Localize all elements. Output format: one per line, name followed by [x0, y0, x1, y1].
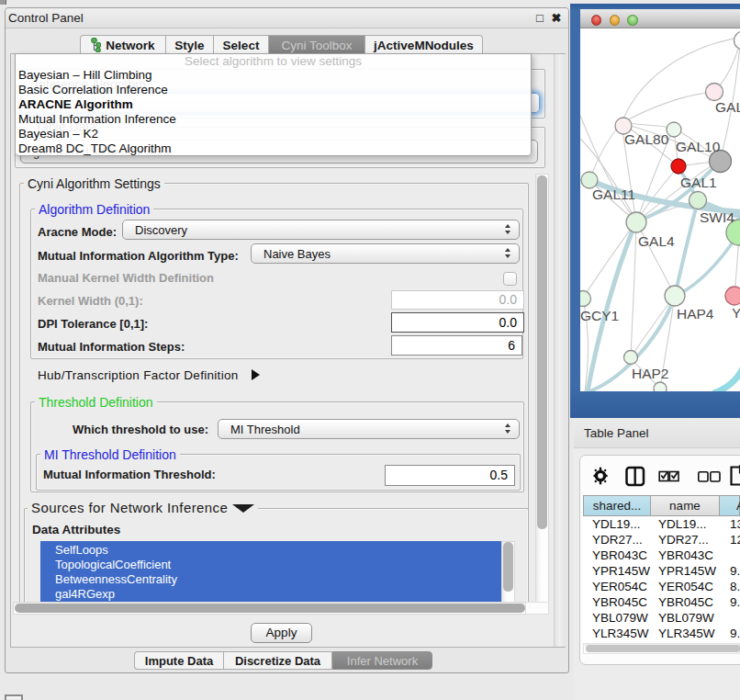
svg-text:GAL4: GAL4 [638, 233, 675, 249]
svg-text:HAP4: HAP4 [677, 306, 714, 322]
svg-text:GAL2: GAL2 [715, 99, 740, 115]
svg-text:GAL80: GAL80 [624, 131, 669, 147]
svg-text:SWI4: SWI4 [700, 209, 734, 225]
svg-text:GAL10: GAL10 [676, 139, 721, 154]
svg-text:Y: Y [732, 305, 740, 321]
svg-text:GAL1: GAL1 [680, 175, 717, 190]
svg-text:HAP2: HAP2 [632, 366, 669, 381]
svg-text:GCY1: GCY1 [580, 308, 619, 323]
svg-text:GAL11: GAL11 [592, 186, 635, 202]
